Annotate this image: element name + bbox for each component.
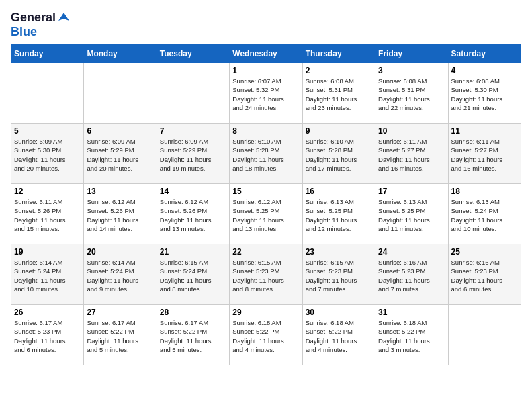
day-number: 6 xyxy=(87,126,153,136)
calendar-cell: 9Sunrise: 6:10 AM Sunset: 5:28 PM Daylig… xyxy=(302,124,375,184)
day-info: Sunrise: 6:10 AM Sunset: 5:28 PM Dayligh… xyxy=(306,137,372,173)
day-info: Sunrise: 6:14 AM Sunset: 5:24 PM Dayligh… xyxy=(14,258,81,293)
day-number: 24 xyxy=(378,247,445,257)
calendar-week-1: 1Sunrise: 6:07 AM Sunset: 5:32 PM Daylig… xyxy=(11,63,521,124)
calendar-cell: 29Sunrise: 6:18 AM Sunset: 5:22 PM Dayli… xyxy=(230,305,302,365)
day-number: 31 xyxy=(378,308,445,317)
calendar-cell: 18Sunrise: 6:13 AM Sunset: 5:24 PM Dayli… xyxy=(448,184,521,244)
header-wednesday: Wednesday xyxy=(230,45,302,63)
calendar-cell: 8Sunrise: 6:10 AM Sunset: 5:28 PM Daylig… xyxy=(230,124,302,184)
calendar-cell: 6Sunrise: 6:09 AM Sunset: 5:29 PM Daylig… xyxy=(84,124,157,184)
day-number: 8 xyxy=(232,126,299,136)
calendar-cell: 7Sunrise: 6:09 AM Sunset: 5:29 PM Daylig… xyxy=(157,124,229,184)
day-number: 19 xyxy=(14,247,81,257)
calendar-cell: 1Sunrise: 6:07 AM Sunset: 5:32 PM Daylig… xyxy=(230,63,302,124)
day-info: Sunrise: 6:16 AM Sunset: 5:23 PM Dayligh… xyxy=(378,258,445,293)
day-number: 30 xyxy=(306,308,372,317)
day-number: 11 xyxy=(451,126,518,136)
calendar-cell xyxy=(157,63,229,124)
day-info: Sunrise: 6:18 AM Sunset: 5:22 PM Dayligh… xyxy=(306,318,372,354)
day-number: 27 xyxy=(87,308,153,317)
day-info: Sunrise: 6:13 AM Sunset: 5:25 PM Dayligh… xyxy=(306,197,372,233)
day-info: Sunrise: 6:13 AM Sunset: 5:25 PM Dayligh… xyxy=(378,197,445,233)
header-sunday: Sunday xyxy=(11,45,84,63)
day-info: Sunrise: 6:15 AM Sunset: 5:23 PM Dayligh… xyxy=(306,258,372,293)
day-info: Sunrise: 6:11 AM Sunset: 5:27 PM Dayligh… xyxy=(451,137,518,173)
day-number: 26 xyxy=(14,308,81,317)
calendar-cell: 28Sunrise: 6:17 AM Sunset: 5:22 PM Dayli… xyxy=(157,305,229,365)
day-info: Sunrise: 6:18 AM Sunset: 5:22 PM Dayligh… xyxy=(378,318,445,354)
calendar-cell: 21Sunrise: 6:15 AM Sunset: 5:24 PM Dayli… xyxy=(157,244,229,305)
day-number: 25 xyxy=(451,247,518,257)
logo: General Blue xyxy=(11,11,71,39)
calendar-cell: 10Sunrise: 6:11 AM Sunset: 5:27 PM Dayli… xyxy=(375,124,448,184)
day-number: 29 xyxy=(232,308,299,317)
calendar-cell xyxy=(11,63,84,124)
day-info: Sunrise: 6:09 AM Sunset: 5:30 PM Dayligh… xyxy=(14,137,81,173)
calendar-cell: 25Sunrise: 6:16 AM Sunset: 5:23 PM Dayli… xyxy=(448,244,521,305)
day-number: 1 xyxy=(232,66,299,75)
calendar-cell: 31Sunrise: 6:18 AM Sunset: 5:22 PM Dayli… xyxy=(375,305,448,365)
day-info: Sunrise: 6:09 AM Sunset: 5:29 PM Dayligh… xyxy=(160,137,226,173)
header-friday: Friday xyxy=(375,45,448,63)
calendar-cell: 15Sunrise: 6:12 AM Sunset: 5:25 PM Dayli… xyxy=(230,184,302,244)
day-number: 21 xyxy=(160,247,226,257)
day-info: Sunrise: 6:11 AM Sunset: 5:26 PM Dayligh… xyxy=(14,197,81,233)
day-number: 15 xyxy=(232,187,299,196)
day-number: 18 xyxy=(451,187,518,196)
calendar-cell: 27Sunrise: 6:17 AM Sunset: 5:22 PM Dayli… xyxy=(84,305,157,365)
day-number: 17 xyxy=(378,187,445,196)
day-info: Sunrise: 6:08 AM Sunset: 5:31 PM Dayligh… xyxy=(306,77,372,112)
day-number: 20 xyxy=(87,247,153,257)
day-number: 23 xyxy=(306,247,372,257)
calendar-cell xyxy=(84,63,157,124)
calendar-week-5: 26Sunrise: 6:17 AM Sunset: 5:23 PM Dayli… xyxy=(11,305,521,365)
day-number: 13 xyxy=(87,187,153,196)
calendar-cell: 11Sunrise: 6:11 AM Sunset: 5:27 PM Dayli… xyxy=(448,124,521,184)
calendar-cell: 23Sunrise: 6:15 AM Sunset: 5:23 PM Dayli… xyxy=(302,244,375,305)
logo-bird-icon xyxy=(57,11,71,25)
calendar-cell xyxy=(448,305,521,365)
calendar-cell: 12Sunrise: 6:11 AM Sunset: 5:26 PM Dayli… xyxy=(11,184,84,244)
logo-general: General xyxy=(11,11,56,25)
day-info: Sunrise: 6:08 AM Sunset: 5:31 PM Dayligh… xyxy=(378,77,445,112)
header-tuesday: Tuesday xyxy=(157,45,229,63)
header-saturday: Saturday xyxy=(448,45,521,63)
day-number: 5 xyxy=(14,126,81,136)
svg-marker-0 xyxy=(58,13,69,21)
day-info: Sunrise: 6:18 AM Sunset: 5:22 PM Dayligh… xyxy=(232,318,299,354)
day-info: Sunrise: 6:12 AM Sunset: 5:26 PM Dayligh… xyxy=(160,197,226,233)
header-monday: Monday xyxy=(84,45,157,63)
day-info: Sunrise: 6:09 AM Sunset: 5:29 PM Dayligh… xyxy=(87,137,153,173)
day-info: Sunrise: 6:17 AM Sunset: 5:22 PM Dayligh… xyxy=(87,318,153,354)
day-number: 22 xyxy=(232,247,299,257)
day-info: Sunrise: 6:13 AM Sunset: 5:24 PM Dayligh… xyxy=(451,197,518,233)
calendar-week-2: 5Sunrise: 6:09 AM Sunset: 5:30 PM Daylig… xyxy=(11,124,521,184)
day-number: 16 xyxy=(306,187,372,196)
calendar-week-4: 19Sunrise: 6:14 AM Sunset: 5:24 PM Dayli… xyxy=(11,244,521,305)
day-info: Sunrise: 6:17 AM Sunset: 5:22 PM Dayligh… xyxy=(160,318,226,354)
calendar-cell: 13Sunrise: 6:12 AM Sunset: 5:26 PM Dayli… xyxy=(84,184,157,244)
header-thursday: Thursday xyxy=(302,45,375,63)
calendar-cell: 30Sunrise: 6:18 AM Sunset: 5:22 PM Dayli… xyxy=(302,305,375,365)
day-number: 2 xyxy=(306,66,372,75)
calendar-week-3: 12Sunrise: 6:11 AM Sunset: 5:26 PM Dayli… xyxy=(11,184,521,244)
calendar-cell: 3Sunrise: 6:08 AM Sunset: 5:31 PM Daylig… xyxy=(375,63,448,124)
calendar-header-row: SundayMondayTuesdayWednesdayThursdayFrid… xyxy=(11,45,521,63)
day-number: 14 xyxy=(160,187,226,196)
calendar-cell: 5Sunrise: 6:09 AM Sunset: 5:30 PM Daylig… xyxy=(11,124,84,184)
day-info: Sunrise: 6:07 AM Sunset: 5:32 PM Dayligh… xyxy=(232,77,299,112)
day-info: Sunrise: 6:10 AM Sunset: 5:28 PM Dayligh… xyxy=(232,137,299,173)
calendar-cell: 16Sunrise: 6:13 AM Sunset: 5:25 PM Dayli… xyxy=(302,184,375,244)
header: General Blue xyxy=(11,11,521,39)
day-info: Sunrise: 6:16 AM Sunset: 5:23 PM Dayligh… xyxy=(451,258,518,293)
day-info: Sunrise: 6:11 AM Sunset: 5:27 PM Dayligh… xyxy=(378,137,445,173)
calendar-cell: 19Sunrise: 6:14 AM Sunset: 5:24 PM Dayli… xyxy=(11,244,84,305)
logo-blue: Blue xyxy=(11,25,37,38)
day-info: Sunrise: 6:12 AM Sunset: 5:25 PM Dayligh… xyxy=(232,197,299,233)
calendar-cell: 17Sunrise: 6:13 AM Sunset: 5:25 PM Dayli… xyxy=(375,184,448,244)
day-info: Sunrise: 6:15 AM Sunset: 5:23 PM Dayligh… xyxy=(232,258,299,293)
day-number: 9 xyxy=(306,126,372,136)
calendar-cell: 26Sunrise: 6:17 AM Sunset: 5:23 PM Dayli… xyxy=(11,305,84,365)
day-info: Sunrise: 6:14 AM Sunset: 5:24 PM Dayligh… xyxy=(87,258,153,293)
